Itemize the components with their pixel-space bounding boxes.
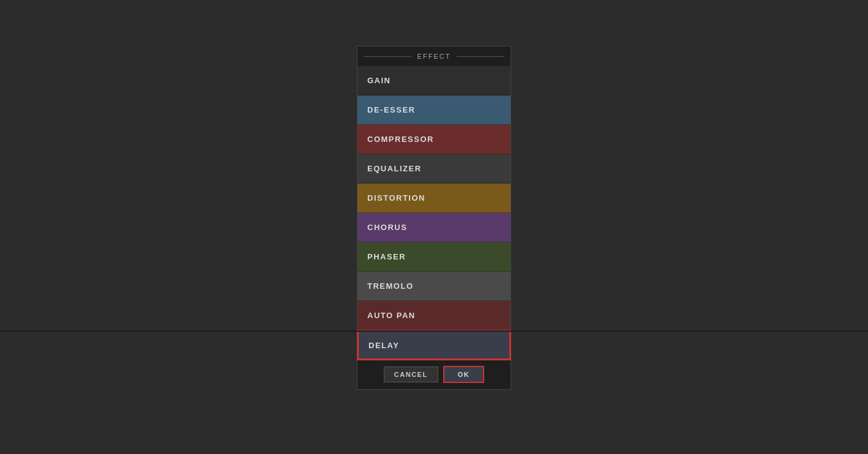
- ok-button[interactable]: OK: [443, 366, 485, 383]
- effect-item-auto-pan[interactable]: AUTO PAN: [357, 301, 511, 330]
- effect-label-tremolo: TREMOLO: [367, 281, 414, 291]
- cancel-button[interactable]: CANCEL: [384, 367, 438, 382]
- effect-label-delay: DELAY: [369, 341, 399, 350]
- effect-item-chorus[interactable]: CHORUS: [357, 213, 511, 242]
- header-line-left: [364, 56, 411, 57]
- effect-label-distortion: DISTORTION: [367, 193, 425, 203]
- effect-label-auto-pan: AUTO PAN: [367, 311, 416, 320]
- header-line-right: [457, 56, 504, 57]
- dialog-footer: CANCEL OK: [357, 360, 511, 389]
- effect-item-distortion[interactable]: DISTORTION: [357, 184, 511, 213]
- effect-label-de-esser: DE-ESSER: [367, 105, 415, 114]
- effect-item-compressor[interactable]: COMPRESSOR: [357, 125, 511, 154]
- effect-list: GAIN DE-ESSER COMPRESSOR EQUALIZER DISTO…: [357, 66, 511, 360]
- effect-item-gain[interactable]: GAIN: [357, 66, 511, 95]
- effect-label-equalizer: EQUALIZER: [367, 164, 422, 173]
- effect-label-compressor: COMPRESSOR: [367, 135, 434, 144]
- effect-dialog: EFFECT GAIN DE-ESSER COMPRESSOR EQUALIZE…: [357, 46, 511, 390]
- dialog-header: EFFECT: [357, 47, 511, 66]
- effect-label-phaser: PHASER: [367, 252, 406, 261]
- effect-item-de-esser[interactable]: DE-ESSER: [357, 95, 511, 125]
- effect-label-chorus: CHORUS: [367, 223, 407, 232]
- effect-item-tremolo[interactable]: TREMOLO: [357, 272, 511, 301]
- effect-item-delay[interactable]: DELAY: [357, 330, 511, 360]
- effect-label-gain: GAIN: [367, 76, 391, 85]
- effect-item-equalizer[interactable]: EQUALIZER: [357, 154, 511, 184]
- background: EFFECT GAIN DE-ESSER COMPRESSOR EQUALIZE…: [0, 0, 868, 454]
- effect-item-phaser[interactable]: PHASER: [357, 242, 511, 272]
- dialog-title: EFFECT: [411, 53, 457, 60]
